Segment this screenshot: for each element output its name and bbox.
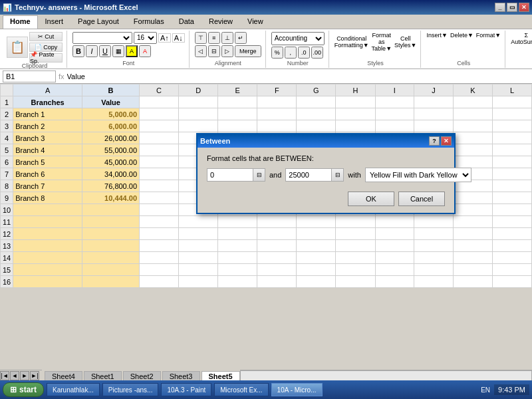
- cell-a-6[interactable]: Branch 5: [13, 156, 82, 168]
- row-number-5[interactable]: 5: [1, 144, 13, 156]
- cell-K-13[interactable]: [453, 240, 492, 252]
- cell-K-4[interactable]: [453, 132, 492, 144]
- cell-a-10[interactable]: [13, 204, 82, 216]
- cut-button[interactable]: ✂ Cut: [29, 32, 63, 41]
- cell-L-4[interactable]: [492, 132, 531, 144]
- increase-decimal-button[interactable]: .0: [298, 47, 310, 59]
- tab-review[interactable]: Review: [201, 15, 240, 29]
- font-name-select[interactable]: [72, 32, 132, 44]
- cell-I-14[interactable]: [375, 252, 414, 264]
- merge-button[interactable]: Merge: [235, 45, 261, 57]
- cell-L-2[interactable]: [492, 108, 531, 120]
- row-number-9[interactable]: 9: [1, 192, 13, 204]
- cell-E-1[interactable]: [218, 96, 257, 108]
- row-number-4[interactable]: 4: [1, 132, 13, 144]
- cell-J-3[interactable]: [414, 120, 454, 132]
- align-left-button[interactable]: ◁: [195, 45, 207, 57]
- cell-C-12[interactable]: [140, 228, 179, 240]
- row-number-10[interactable]: 10: [1, 204, 13, 216]
- cell-K-11[interactable]: [453, 216, 492, 228]
- cell-L-13[interactable]: [492, 240, 531, 252]
- cell-a-7[interactable]: Branch 6: [13, 168, 82, 180]
- cell-E-15[interactable]: [218, 264, 257, 276]
- cell-styles-button[interactable]: CellStyles▼: [394, 35, 416, 49]
- paste-button[interactable]: 📋: [7, 37, 28, 58]
- close-button[interactable]: ✕: [519, 3, 529, 12]
- between-value2-input[interactable]: [285, 168, 332, 182]
- tab-data[interactable]: Data: [172, 15, 201, 29]
- row-number-11[interactable]: 11: [1, 216, 13, 228]
- taskbar-item-0[interactable]: Karunathlak...: [47, 383, 100, 396]
- cell-L-9[interactable]: [492, 192, 531, 204]
- cell-L-10[interactable]: [492, 204, 531, 216]
- row-number-14[interactable]: 14: [1, 252, 13, 264]
- italic-button[interactable]: I: [86, 45, 98, 57]
- cell-G-3[interactable]: [297, 120, 336, 132]
- name-box[interactable]: [3, 70, 56, 82]
- cell-L-16[interactable]: [492, 276, 531, 288]
- cell-J-13[interactable]: [414, 240, 454, 252]
- tab-view[interactable]: View: [240, 15, 271, 29]
- cell-C-2[interactable]: [140, 108, 179, 120]
- cell-b-10[interactable]: [82, 204, 140, 216]
- format-as-table-button[interactable]: Formatas Table▼: [372, 32, 392, 52]
- formula-input[interactable]: [67, 72, 529, 80]
- cell-b-15[interactable]: [82, 264, 140, 276]
- col-header-c[interactable]: C: [140, 84, 179, 96]
- taskbar-item-4[interactable]: 10A - Micro...: [271, 383, 323, 396]
- cell-G-14[interactable]: [297, 252, 336, 264]
- cell-I-15[interactable]: [375, 264, 414, 276]
- value2-cell-picker[interactable]: ⊟: [332, 168, 344, 182]
- border-button[interactable]: ▦: [112, 45, 124, 57]
- cell-J-15[interactable]: [414, 264, 454, 276]
- copy-button[interactable]: 📄 Copy: [29, 43, 63, 52]
- dialog-help-button[interactable]: ?: [429, 136, 440, 146]
- cell-b-7[interactable]: 34,000.00: [82, 168, 140, 180]
- increase-font-button[interactable]: A↑: [158, 33, 171, 43]
- row-number-8[interactable]: 8: [1, 180, 13, 192]
- cell-I-2[interactable]: [375, 108, 414, 120]
- cell-L-3[interactable]: [492, 120, 531, 132]
- cell-K-9[interactable]: [453, 192, 492, 204]
- cell-K-2[interactable]: [453, 108, 492, 120]
- tab-home[interactable]: Home: [3, 15, 38, 29]
- cell-C-14[interactable]: [140, 252, 179, 264]
- decrease-decimal-button[interactable]: .00: [311, 47, 323, 59]
- cell-K-10[interactable]: [453, 204, 492, 216]
- cell-b-1[interactable]: Value: [82, 96, 140, 108]
- autosum-button[interactable]: Σ AutoSum▼: [511, 32, 532, 45]
- cell-E-13[interactable]: [218, 240, 257, 252]
- dialog-cancel-button[interactable]: Cancel: [398, 192, 445, 206]
- sheet-nav-last[interactable]: ►|: [30, 371, 39, 380]
- cell-H-2[interactable]: [336, 108, 375, 120]
- row-number-6[interactable]: 6: [1, 156, 13, 168]
- taskbar-item-1[interactable]: Pictures -ans...: [102, 383, 159, 396]
- cell-b-6[interactable]: 45,000.00: [82, 156, 140, 168]
- tab-insert[interactable]: Insert: [38, 15, 71, 29]
- row-number-13[interactable]: 13: [1, 240, 13, 252]
- row-number-3[interactable]: 3: [1, 120, 13, 132]
- cell-J-16[interactable]: [414, 276, 454, 288]
- between-dialog[interactable]: Between ? ✕ Format cells that are BETWEE…: [196, 133, 456, 214]
- row-number-2[interactable]: 2: [1, 108, 13, 120]
- cell-C-3[interactable]: [140, 120, 179, 132]
- wrap-text-button[interactable]: ↵: [235, 32, 247, 44]
- cell-E-14[interactable]: [218, 252, 257, 264]
- col-header-g[interactable]: G: [297, 84, 336, 96]
- cell-C-4[interactable]: [140, 132, 179, 144]
- sheet-nav-prev[interactable]: ◄: [10, 371, 19, 380]
- cell-E-16[interactable]: [218, 276, 257, 288]
- col-header-k[interactable]: K: [453, 84, 492, 96]
- cell-H-15[interactable]: [336, 264, 375, 276]
- cell-K-15[interactable]: [453, 264, 492, 276]
- decrease-font-button[interactable]: A↓: [172, 33, 185, 43]
- start-button[interactable]: ⊞ start: [3, 382, 44, 397]
- restore-button[interactable]: ▭: [507, 3, 517, 12]
- cell-F-3[interactable]: [257, 120, 297, 132]
- cell-E-12[interactable]: [218, 228, 257, 240]
- cell-a-3[interactable]: Branch 2: [13, 120, 82, 132]
- cell-a-2[interactable]: Branch 1: [13, 108, 82, 120]
- row-number-12[interactable]: 12: [1, 228, 13, 240]
- cell-a-16[interactable]: [13, 276, 82, 288]
- cell-b-4[interactable]: 26,000.00: [82, 132, 140, 144]
